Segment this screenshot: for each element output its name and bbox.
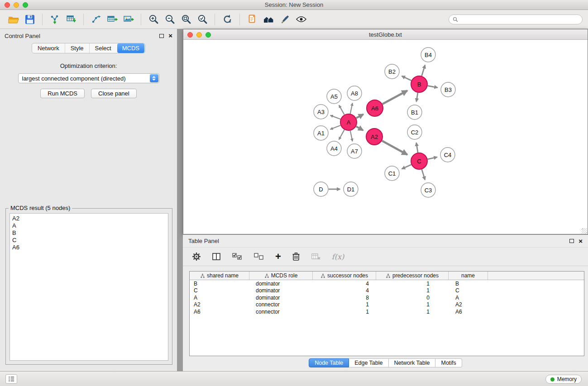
- column-header-successor-nodes[interactable]: successor nodes: [313, 272, 376, 280]
- graph-node-A6[interactable]: A6: [367, 100, 383, 116]
- zoom-fit-button[interactable]: [178, 13, 194, 26]
- graph-node-A3[interactable]: A3: [314, 105, 328, 119]
- cell-name[interactable]: A6: [449, 309, 488, 315]
- graph-node-A8[interactable]: A8: [347, 86, 362, 100]
- result-item[interactable]: A2: [12, 215, 166, 222]
- close-table-panel-icon[interactable]: ×: [578, 238, 583, 244]
- open-session-button[interactable]: [5, 13, 22, 26]
- cell-shared-name[interactable]: B: [190, 281, 249, 287]
- cell-shared-name[interactable]: A: [190, 295, 249, 301]
- select-all-button[interactable]: [232, 253, 243, 261]
- show-columns-button[interactable]: [212, 253, 221, 261]
- table-row[interactable]: A6 connector 1 1 A6: [190, 308, 584, 315]
- export-table-button[interactable]: [104, 13, 120, 26]
- cell-successors[interactable]: 1: [313, 309, 376, 315]
- graph-edge-B-B4[interactable]: [422, 65, 425, 76]
- network-window-titlebar[interactable]: testGlobe.txt: [183, 29, 588, 40]
- zoom-selected-button[interactable]: [194, 13, 210, 26]
- graph-edge-A-A6[interactable]: [356, 114, 363, 119]
- graph-node-B4[interactable]: B4: [421, 48, 435, 62]
- show-hide-button[interactable]: [293, 13, 309, 26]
- graph-node-C1[interactable]: C1: [385, 166, 399, 181]
- memory-button[interactable]: Memory: [545, 375, 582, 384]
- cell-shared-name[interactable]: A2: [190, 301, 249, 308]
- close-panel-icon[interactable]: ×: [168, 33, 172, 38]
- search-input[interactable]: [460, 16, 578, 23]
- graph-edge-A-A7[interactable]: [350, 131, 353, 142]
- cell-successors[interactable]: 1: [313, 301, 376, 308]
- graph-node-D[interactable]: D: [314, 182, 328, 196]
- graph-edge-A-A1[interactable]: [330, 125, 341, 129]
- import-table-button[interactable]: [63, 13, 79, 26]
- graph-node-B[interactable]: B: [411, 76, 427, 92]
- cell-mcds-role[interactable]: connector: [249, 301, 313, 308]
- cell-name[interactable]: A2: [449, 301, 488, 308]
- graph-edge-C-C4[interactable]: [428, 157, 437, 159]
- graph-edge-A2-C[interactable]: [382, 141, 407, 155]
- network-canvas[interactable]: B4B2BB3A5A8A6A3B1AA1A2C2A4A7C4CC1C3DD1: [183, 40, 588, 234]
- result-item[interactable]: A6: [12, 244, 166, 251]
- tab-network[interactable]: Network: [32, 43, 65, 53]
- graph-node-C4[interactable]: C4: [440, 148, 455, 162]
- tab-edge-table[interactable]: Edge Table: [349, 358, 388, 367]
- result-item[interactable]: C: [12, 237, 166, 244]
- float-table-panel-icon[interactable]: [569, 239, 574, 243]
- graph-edge-B-B2[interactable]: [402, 76, 411, 81]
- cell-predecessors[interactable]: 1: [376, 281, 449, 287]
- table-row[interactable]: A2 connector 1 1 A2: [190, 301, 584, 309]
- result-item[interactable]: A: [12, 222, 166, 229]
- column-header-shared-name[interactable]: shared name: [190, 272, 249, 280]
- window-resize-grip[interactable]: [582, 228, 587, 234]
- tab-select[interactable]: Select: [89, 43, 117, 53]
- cell-shared-name[interactable]: A6: [190, 309, 249, 315]
- graph-node-A5[interactable]: A5: [327, 89, 341, 104]
- graph-edge-A-A2[interactable]: [356, 126, 363, 130]
- cell-mcds-role[interactable]: connector: [249, 309, 313, 315]
- export-network-button[interactable]: [88, 13, 104, 26]
- table-row[interactable]: A dominator 8 0 A: [190, 294, 584, 301]
- graph-edge-C-C2[interactable]: [416, 143, 418, 152]
- column-header-mcds-role[interactable]: MCDS role: [249, 272, 313, 280]
- graph-node-B1[interactable]: B1: [407, 105, 422, 119]
- home-views-button[interactable]: [260, 13, 277, 26]
- table-row[interactable]: C dominator 4 1 C: [190, 287, 584, 295]
- table-row[interactable]: B dominator 4 1 B: [190, 280, 584, 287]
- run-mcds-button[interactable]: Run MCDS: [40, 89, 85, 98]
- tab-network-table[interactable]: Network Table: [389, 358, 436, 367]
- graph-edge-B-B3[interactable]: [428, 86, 438, 88]
- cell-shared-name[interactable]: C: [190, 287, 249, 294]
- tab-node-table[interactable]: Node Table: [309, 358, 349, 367]
- graph-node-D1[interactable]: D1: [344, 182, 358, 196]
- cell-predecessors[interactable]: 1: [376, 287, 449, 294]
- graph-node-A[interactable]: A: [340, 114, 357, 130]
- graph-edge-C-C1[interactable]: [402, 165, 411, 169]
- graph-node-C3[interactable]: C3: [421, 183, 435, 197]
- cell-successors[interactable]: 4: [313, 287, 376, 294]
- refresh-layout-button[interactable]: [219, 13, 235, 26]
- graph-edge-B-B1[interactable]: [416, 93, 418, 102]
- column-header-predecessor-nodes[interactable]: predecessor nodes: [376, 272, 449, 280]
- graph-edge-A-A8[interactable]: [350, 103, 353, 114]
- add-column-button[interactable]: +: [275, 252, 281, 261]
- delete-column-button[interactable]: [292, 252, 300, 261]
- graph-node-A2[interactable]: A2: [366, 129, 382, 145]
- cell-predecessors[interactable]: 1: [376, 301, 449, 308]
- float-panel-icon[interactable]: [159, 34, 164, 38]
- delete-table-button[interactable]: [311, 253, 321, 261]
- cell-predecessors[interactable]: 0: [376, 295, 449, 301]
- search-field[interactable]: [449, 14, 583, 24]
- cell-predecessors[interactable]: 1: [376, 309, 449, 315]
- zoom-out-button[interactable]: [162, 13, 178, 26]
- graph-edge-C-C3[interactable]: [422, 169, 425, 180]
- cell-name[interactable]: A: [449, 295, 488, 301]
- deselect-all-button[interactable]: [253, 253, 264, 261]
- graph-edge-A6-B[interactable]: [382, 91, 407, 104]
- graph-edge-A-A3[interactable]: [330, 115, 340, 119]
- network-graph[interactable]: B4B2BB3A5A8A6A3B1AA1A2C2A4A7C4CC1C3DD1: [183, 40, 588, 234]
- tab-mcds[interactable]: MCDS: [117, 43, 144, 53]
- column-header-name[interactable]: name: [449, 272, 488, 280]
- export-image-button[interactable]: [120, 13, 137, 26]
- cell-mcds-role[interactable]: dominator: [249, 287, 313, 294]
- cell-mcds-role[interactable]: dominator: [249, 295, 313, 301]
- tab-style[interactable]: Style: [65, 43, 89, 53]
